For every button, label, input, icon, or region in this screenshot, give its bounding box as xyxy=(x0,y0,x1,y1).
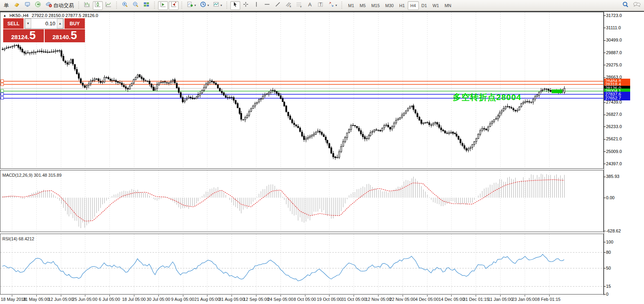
chart-header: ▲ HK50-,H4 27922.0 28150.0 27877.5 28126… xyxy=(3,13,98,18)
bar-chart-button[interactable] xyxy=(82,1,92,10)
macd-axis-tick-label: -628.62 xyxy=(606,228,621,233)
ask-pip: 5 xyxy=(71,29,77,41)
buy-button[interactable]: BUY xyxy=(64,18,85,29)
timeframe-mn[interactable]: MN xyxy=(442,1,454,10)
new-order-label: 单 xyxy=(4,2,9,9)
signals-button[interactable] xyxy=(33,1,43,10)
timeframe-h1[interactable]: H1 xyxy=(396,1,407,10)
vertical-line-icon xyxy=(253,1,260,9)
zoom-out-button[interactable] xyxy=(131,1,141,10)
rsi-axis-tick xyxy=(604,252,606,253)
price-axis-tick-label: 31111.0 xyxy=(606,25,621,30)
timeframe-m1[interactable]: M1 xyxy=(345,1,357,10)
volume-down-button[interactable]: ▼ xyxy=(25,19,31,28)
time-axis-label: 31 May 05:00 xyxy=(23,297,49,302)
line-handle xyxy=(1,93,4,96)
collapse-icon[interactable]: ▲ xyxy=(3,14,6,17)
volume-input[interactable]: 0.10 xyxy=(31,21,57,26)
time-axis-label: 11 Jan 05:00 xyxy=(488,297,513,302)
time-axis-tick xyxy=(305,295,305,296)
timeframe-m15[interactable]: M15 xyxy=(369,1,382,10)
tile-windows-button[interactable] xyxy=(141,1,151,10)
price-axis-tick xyxy=(604,151,606,152)
price-axis-tick-label: 26827.0 xyxy=(606,112,622,117)
text-label-button[interactable]: T xyxy=(316,1,326,10)
timeframe-h4[interactable]: H4 xyxy=(408,1,419,10)
macd-axis-tick xyxy=(604,198,606,198)
templates-button[interactable]: ▾ xyxy=(211,1,224,10)
time-axis-label: 4 Dec 05:00 xyxy=(415,297,439,302)
channel-button[interactable]: E xyxy=(284,1,294,10)
time-axis-tick xyxy=(232,295,232,296)
time-axis-tick xyxy=(378,295,378,296)
trendline-button[interactable] xyxy=(273,1,283,10)
horizontal-line-button[interactable] xyxy=(262,1,272,10)
chat-button[interactable] xyxy=(631,1,642,10)
time-axis-tick xyxy=(36,295,37,296)
price-axis-tick xyxy=(604,53,606,53)
indicators-button[interactable]: ▾ xyxy=(185,1,198,10)
dropdown-arrow-icon: ▾ xyxy=(207,4,209,7)
zoom-in-button[interactable] xyxy=(120,1,130,10)
dropdown-arrow-icon: ▾ xyxy=(220,4,222,7)
rsi-axis-tick xyxy=(604,294,606,295)
periods-button[interactable]: ▾ xyxy=(198,1,211,10)
toolbar-separator xyxy=(341,2,343,9)
time-axis-tick xyxy=(12,295,12,296)
arrows-button[interactable]: ▾ xyxy=(326,1,339,10)
candlestick-chart-button[interactable] xyxy=(93,1,103,10)
auto-scroll-button[interactable] xyxy=(158,1,168,10)
time-axis-label: 31 Oct 05:00 xyxy=(341,297,366,302)
one-click-trade-panel: SELL ▼ 0.10 ▲ BUY 28124 . 5 28140 . 5 xyxy=(3,18,85,42)
timeframe-m30[interactable]: M30 xyxy=(382,1,396,10)
price-axis-tick-label: 27439.0 xyxy=(606,100,622,104)
cursor-icon xyxy=(232,1,239,9)
price-axis-tick xyxy=(604,127,606,127)
timeframe-w1[interactable]: W1 xyxy=(430,1,442,10)
time-axis-tick xyxy=(403,295,403,296)
price-axis-tick xyxy=(604,164,606,164)
vertical-line-button[interactable] xyxy=(252,1,262,10)
rsi-pane-canvas[interactable] xyxy=(0,234,604,295)
time-axis-tick xyxy=(549,295,550,296)
search-button[interactable] xyxy=(620,1,631,10)
history-center-button[interactable] xyxy=(12,1,22,10)
fibonacci-button[interactable]: F xyxy=(294,1,304,10)
macd-pane-canvas[interactable] xyxy=(0,170,604,232)
ohlc-values: 27922.0 28150.0 27877.5 28126.0 xyxy=(32,13,98,18)
ask-price[interactable]: 28140 . 5 xyxy=(45,29,85,42)
price-axis-tick-label: 29887.0 xyxy=(606,50,622,55)
text-icon: A xyxy=(307,1,313,9)
rsi-axis-tick-label: 50 xyxy=(606,266,611,270)
time-axis-label: 9 Aug 05:00 xyxy=(171,297,194,302)
line-handle xyxy=(1,83,4,86)
timeframe-d1[interactable]: D1 xyxy=(419,1,430,10)
volume-up-button[interactable]: ▲ xyxy=(57,19,63,28)
chart-shift-button[interactable] xyxy=(169,1,179,10)
auto-trading-button[interactable]: 自动交易 xyxy=(44,1,75,10)
toolbar-separator xyxy=(226,2,228,9)
auto-trading-cloud-icon xyxy=(45,1,53,9)
time-axis-tick xyxy=(256,295,256,296)
price-axis-tick-label: 26233.0 xyxy=(606,124,622,129)
new-order-button[interactable]: 单 xyxy=(2,1,11,10)
bid-price[interactable]: 28124 . 5 xyxy=(3,29,44,42)
main-chart-canvas[interactable] xyxy=(0,12,604,169)
price-axis-line xyxy=(604,12,604,295)
crosshair-button[interactable] xyxy=(241,1,251,10)
svg-text:F: F xyxy=(300,6,302,8)
timeframe-m5[interactable]: M5 xyxy=(357,1,368,10)
terminal-button[interactable] xyxy=(23,1,32,10)
price-axis-tick xyxy=(604,28,606,28)
chart-annotation-text[interactable]: 多空转折点28004 xyxy=(453,92,521,103)
candlestick-chart-icon xyxy=(94,1,101,9)
zoom-in-icon xyxy=(122,1,128,9)
line-chart-button[interactable] xyxy=(104,1,113,10)
price-axis-tick-label: 29275.0 xyxy=(606,62,622,67)
cursor-button[interactable] xyxy=(230,1,240,10)
text-label-icon: T xyxy=(317,1,324,9)
text-button[interactable]: A xyxy=(305,1,315,10)
time-axis-label: 24 Sep 05:00 xyxy=(267,297,293,302)
sell-button[interactable]: SELL xyxy=(3,18,24,29)
horizontal-line-icon xyxy=(264,1,271,9)
